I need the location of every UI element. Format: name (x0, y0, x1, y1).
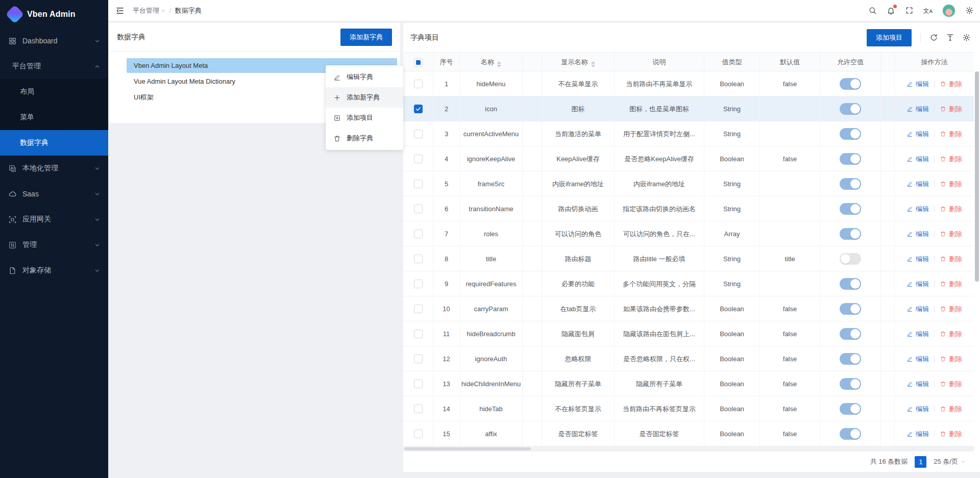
row-checkbox[interactable] (414, 280, 423, 288)
allow-empty-toggle[interactable] (840, 428, 861, 440)
edit-link[interactable]: 编辑 (906, 321, 929, 346)
sidebar-item-平台管理[interactable]: 平台管理 (0, 54, 108, 79)
row-checkbox[interactable] (414, 405, 423, 413)
allow-empty-toggle[interactable] (840, 253, 861, 265)
delete-link[interactable]: 删除 (940, 371, 962, 396)
column-header-checkbox[interactable] (403, 52, 433, 71)
row-checkbox[interactable] (414, 380, 423, 388)
allow-empty-toggle[interactable] (840, 153, 861, 165)
edit-link[interactable]: 编辑 (906, 371, 929, 396)
delete-link[interactable]: 删除 (940, 96, 962, 121)
gear-icon[interactable] (965, 6, 974, 15)
bell-icon[interactable] (887, 6, 895, 15)
row-checkbox[interactable] (414, 255, 423, 263)
sidebar-subitem-布局[interactable]: 布局 (0, 79, 108, 105)
allow-empty-toggle[interactable] (840, 178, 861, 190)
edit-link[interactable]: 编辑 (906, 221, 929, 246)
delete-link[interactable]: 删除 (940, 121, 962, 146)
edit-link[interactable]: 编辑 (906, 71, 929, 96)
delete-link[interactable]: 删除 (940, 321, 962, 346)
breadcrumb-item-数据字典[interactable]: 数据字典 (175, 6, 202, 15)
allow-empty-toggle[interactable] (840, 378, 861, 390)
delete-link[interactable]: 删除 (940, 171, 962, 196)
context-menu-item-添加项目[interactable]: 添加项目 (326, 108, 403, 128)
refresh-icon[interactable] (929, 33, 938, 42)
delete-link[interactable]: 删除 (940, 71, 962, 96)
row-checkbox[interactable] (414, 355, 423, 363)
sidebar-subitem-数据字典[interactable]: 数据字典 (0, 130, 108, 156)
delete-link[interactable]: 删除 (940, 246, 962, 271)
row-checkbox[interactable] (414, 105, 423, 113)
edit-link[interactable]: 编辑 (906, 171, 929, 196)
search-icon[interactable] (868, 6, 877, 15)
edit-link[interactable]: 编辑 (906, 146, 929, 171)
sidebar-item-Dashboard[interactable]: Dashboard (0, 28, 108, 54)
row-checkbox[interactable] (414, 80, 423, 88)
sidebar-item-应用网关[interactable]: 应用网关 (0, 207, 108, 232)
horizontal-scrollbar[interactable] (403, 446, 974, 451)
edit-link[interactable]: 编辑 (906, 96, 929, 121)
context-menu-item-编辑字典[interactable]: 编辑字典 (326, 67, 403, 87)
row-height-icon[interactable] (946, 33, 954, 42)
column-header-显示名称[interactable]: 显示名称 (542, 52, 615, 71)
allow-empty-toggle[interactable] (840, 403, 861, 415)
sidebar-fold-icon[interactable] (115, 6, 125, 15)
pagination-page-1[interactable]: 1 (915, 456, 926, 468)
allow-empty-toggle[interactable] (840, 303, 861, 315)
allow-empty-toggle[interactable] (840, 78, 861, 90)
allow-empty-toggle[interactable] (840, 328, 861, 340)
row-checkbox[interactable] (414, 155, 423, 163)
sort-icon[interactable] (497, 61, 501, 67)
column-header-名称[interactable]: 名称 (460, 52, 523, 71)
allow-empty-toggle[interactable] (840, 203, 861, 215)
row-checkbox[interactable] (414, 430, 423, 438)
select-all-checkbox[interactable] (414, 58, 423, 67)
sidebar-item-Saas[interactable]: Saas (0, 181, 108, 207)
sidebar-item-管理[interactable]: 管理 (0, 232, 108, 258)
row-checkbox[interactable] (414, 205, 423, 213)
page-size-select[interactable]: 25 条/页 (934, 457, 966, 466)
vertical-scrollbar-thumb[interactable] (975, 71, 979, 282)
delete-link[interactable]: 删除 (940, 271, 962, 296)
sort-icon[interactable] (591, 61, 595, 67)
row-checkbox[interactable] (414, 305, 423, 313)
edit-link[interactable]: 编辑 (906, 396, 929, 421)
delete-link[interactable]: 删除 (940, 421, 962, 446)
row-checkbox[interactable] (414, 230, 423, 238)
allow-empty-toggle[interactable] (840, 278, 861, 290)
fullscreen-icon[interactable] (905, 6, 914, 15)
edit-link[interactable]: 编辑 (906, 121, 929, 146)
user-avatar[interactable] (942, 4, 955, 17)
sidebar-subitem-菜单[interactable]: 菜单 (0, 105, 108, 130)
row-checkbox[interactable] (414, 130, 423, 138)
edit-link[interactable]: 编辑 (906, 246, 929, 271)
edit-link[interactable]: 编辑 (906, 296, 929, 321)
context-menu-item-删除字典[interactable]: 删除字典 (326, 128, 403, 148)
allow-empty-toggle[interactable] (840, 228, 861, 240)
delete-link[interactable]: 删除 (940, 196, 962, 221)
edit-link[interactable]: 编辑 (906, 421, 929, 446)
allow-empty-toggle[interactable] (840, 353, 861, 365)
delete-link[interactable]: 删除 (940, 346, 962, 371)
edit-link[interactable]: 编辑 (906, 271, 929, 296)
allow-empty-toggle[interactable] (840, 103, 861, 115)
add-item-button[interactable]: 添加项目 (867, 29, 912, 46)
breadcrumb-item-平台管理[interactable]: 平台管理 (133, 6, 166, 15)
delete-link[interactable]: 删除 (940, 396, 962, 421)
add-dictionary-button[interactable]: 添加新字典 (340, 29, 392, 46)
allow-empty-toggle[interactable] (840, 128, 861, 140)
app-logo[interactable]: Vben Admin (0, 0, 108, 28)
delete-link[interactable]: 删除 (940, 146, 962, 171)
sidebar-item-对象存储[interactable]: 对象存储 (0, 258, 108, 283)
sidebar-item-本地化管理[interactable]: 本地化管理 (0, 156, 108, 181)
delete-link[interactable]: 删除 (940, 296, 962, 321)
edit-link[interactable]: 编辑 (906, 196, 929, 221)
context-menu-item-添加新字典[interactable]: 添加新字典 (326, 87, 403, 108)
row-checkbox[interactable] (414, 330, 423, 338)
horizontal-scrollbar-thumb[interactable] (404, 447, 531, 450)
gear-icon[interactable] (962, 33, 971, 42)
translate-icon[interactable]: 文A (923, 8, 933, 14)
edit-link[interactable]: 编辑 (906, 346, 929, 371)
row-checkbox[interactable] (414, 180, 423, 188)
delete-link[interactable]: 删除 (940, 221, 962, 246)
